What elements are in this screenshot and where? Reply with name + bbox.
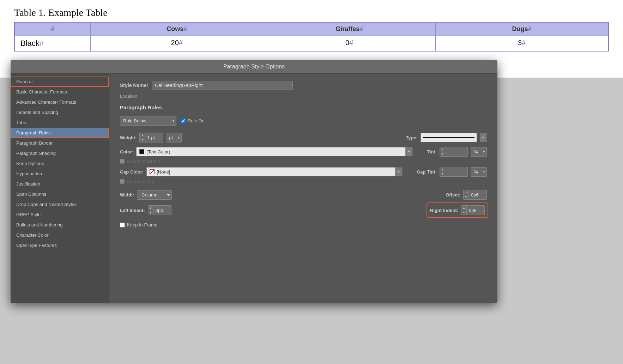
right-indent-spinner-up[interactable]: ▲ bbox=[461, 206, 466, 210]
table-header-hash: # bbox=[15, 23, 91, 36]
sidebar: General Basic Character Formats Advanced… bbox=[11, 74, 109, 303]
type-black-bar bbox=[423, 137, 474, 138]
sidebar-item-grep[interactable]: GREP Style bbox=[11, 210, 109, 220]
offset-spinner-up[interactable]: ▲ bbox=[464, 190, 468, 195]
sidebar-item-tabs[interactable]: Tabs bbox=[11, 117, 109, 128]
sidebar-item-paragraph-rules[interactable]: Paragraph Rules bbox=[11, 128, 109, 138]
sidebar-item-paragraph-border[interactable]: Paragraph Border bbox=[11, 138, 109, 148]
sidebar-item-opentype[interactable]: OpenType Features bbox=[11, 240, 109, 250]
left-indent-spinner[interactable]: ▲ ▼ bbox=[148, 205, 171, 215]
rule-dropdown-wrapper[interactable]: Rule Below Rule Above ▾ bbox=[120, 116, 176, 126]
gap-color-chevron-icon[interactable]: ▾ bbox=[395, 167, 403, 176]
gap-color-select-area[interactable]: [None] ▾ bbox=[146, 167, 403, 176]
left-indent-spinner-down[interactable]: ▼ bbox=[148, 210, 153, 215]
sidebar-item-general[interactable]: General bbox=[11, 77, 109, 87]
paragraph-style-dialog: Paragraph Style Options General Basic Ch… bbox=[11, 60, 497, 303]
width-dropdown[interactable]: Column Text bbox=[137, 190, 172, 200]
main-content: Style Name: Location: Paragraph Rules Ru… bbox=[109, 74, 497, 303]
tint-unit-wrapper[interactable]: % ▾ bbox=[471, 147, 487, 157]
gap-tint-row: Gap Tint: ▲ ▼ % ▾ bbox=[417, 167, 487, 177]
keep-in-frame-row: Keep In Frame bbox=[120, 222, 487, 228]
weight-spinner-down[interactable]: ▼ bbox=[140, 138, 145, 142]
style-name-row: Style Name: bbox=[120, 81, 487, 90]
gap-color-swatch bbox=[150, 169, 155, 174]
right-indent-spinner-arrows[interactable]: ▲ ▼ bbox=[461, 206, 467, 215]
offset-label: Offset: bbox=[446, 192, 460, 198]
sidebar-item-char-color[interactable]: Character Color bbox=[11, 230, 109, 240]
table-header-dogs: Dogs# bbox=[436, 23, 608, 36]
tint-spinner-up[interactable]: ▲ bbox=[440, 147, 445, 152]
offset-spinner-down[interactable]: ▼ bbox=[464, 195, 468, 199]
gap-tint-spinner[interactable]: ▲ ▼ bbox=[440, 167, 468, 177]
rule-on-checkbox[interactable] bbox=[181, 119, 186, 123]
sidebar-item-span-columns[interactable]: Span Columns bbox=[11, 189, 109, 199]
gap-color-swatch-area: [None] bbox=[146, 167, 395, 176]
sidebar-item-indents[interactable]: Indents and Spacing bbox=[11, 107, 109, 117]
tint-row: Tint: ▲ ▼ % ▾ bbox=[427, 147, 487, 157]
table-cell-cows: 20# bbox=[91, 36, 263, 51]
style-name-input[interactable] bbox=[152, 81, 293, 90]
sidebar-item-drop-caps[interactable]: Drop Caps and Nested Styles bbox=[11, 199, 109, 210]
right-indent-spinner-down[interactable]: ▼ bbox=[461, 210, 466, 215]
table-header-row: # Cows# Giraffes# Dogs# bbox=[15, 23, 608, 36]
color-swatch-area: (Text Color) bbox=[136, 147, 406, 156]
overprint-gap-checkbox[interactable] bbox=[120, 179, 125, 184]
weight-spinner[interactable]: ▲ ▼ bbox=[139, 133, 163, 142]
color-row: Color: (Text Color) ▾ bbox=[120, 147, 413, 156]
weight-unit-dropdown[interactable]: pt bbox=[166, 133, 182, 142]
width-dropdown-wrapper[interactable]: Column Text ▾ bbox=[137, 190, 172, 200]
gap-tint-spinner-arrows[interactable]: ▲ ▼ bbox=[440, 167, 445, 176]
sidebar-item-paragraph-shading[interactable]: Paragraph Shading bbox=[11, 148, 109, 158]
left-indent-spinner-up[interactable]: ▲ bbox=[148, 206, 153, 210]
dialog-body: General Basic Character Formats Advanced… bbox=[11, 74, 497, 303]
keep-in-frame-checkbox[interactable] bbox=[120, 223, 125, 228]
overprint-stroke-checkbox[interactable] bbox=[120, 159, 125, 164]
overprint-stroke-row: Overprint Stroke bbox=[120, 159, 487, 164]
dialog-titlebar: Paragraph Style Options bbox=[11, 60, 497, 74]
offset-row: Offset: ▲ ▼ bbox=[446, 190, 487, 200]
color-select-area[interactable]: (Text Color) ▾ bbox=[136, 147, 413, 156]
offset-value[interactable] bbox=[469, 191, 486, 199]
weight-value[interactable] bbox=[145, 134, 163, 141]
weight-row: Weight: ▲ ▼ pt ▾ bbox=[120, 133, 182, 142]
rule-on-checkbox-label[interactable]: Rule On bbox=[181, 118, 205, 123]
color-dropdown-chevron-icon[interactable]: ▾ bbox=[406, 147, 413, 156]
gap-tint-value[interactable] bbox=[445, 168, 463, 176]
sidebar-item-keep-options[interactable]: Keep Options bbox=[11, 158, 109, 169]
type-dropdown[interactable] bbox=[421, 133, 477, 142]
gap-tint-spinner-down[interactable]: ▼ bbox=[440, 172, 445, 176]
offset-spinner-arrows[interactable]: ▲ ▼ bbox=[464, 190, 469, 199]
left-indent-value[interactable] bbox=[153, 207, 171, 214]
tint-spinner-arrows[interactable]: ▲ ▼ bbox=[440, 147, 445, 156]
tint-spinner[interactable]: ▲ ▼ bbox=[440, 147, 468, 157]
tint-spinner-down[interactable]: ▼ bbox=[440, 152, 445, 156]
left-indent-spinner-arrows[interactable]: ▲ ▼ bbox=[148, 206, 153, 215]
rule-on-label: Rule On bbox=[188, 118, 205, 123]
tint-unit-dropdown[interactable]: % bbox=[471, 147, 487, 157]
type-dropdown-chevron-icon[interactable]: ▾ bbox=[480, 133, 487, 142]
sidebar-item-justification[interactable]: Justification bbox=[11, 179, 109, 189]
left-indent-label: Left Indent: bbox=[120, 208, 145, 213]
document-title: Table 1. Example Table bbox=[14, 7, 609, 18]
sidebar-item-bullets[interactable]: Bullets and Numbering bbox=[11, 220, 109, 230]
weight-spinner-up[interactable]: ▲ bbox=[140, 133, 145, 138]
right-indent-spinner[interactable]: ▲ ▼ bbox=[461, 205, 485, 215]
weight-spinner-arrows[interactable]: ▲ ▼ bbox=[140, 133, 145, 142]
sidebar-item-basic-char[interactable]: Basic Character Formats bbox=[11, 87, 109, 97]
gap-color-row: Gap Color: [None] ▾ bbox=[120, 167, 403, 176]
tint-label: Tint: bbox=[427, 149, 437, 154]
overprint-gap-label: Overprint Gap bbox=[127, 179, 156, 184]
right-indent-value[interactable] bbox=[467, 207, 484, 214]
width-label: Width: bbox=[120, 192, 134, 198]
gap-tint-unit-dropdown[interactable]: % bbox=[471, 167, 487, 177]
offset-spinner[interactable]: ▲ ▼ bbox=[463, 190, 487, 200]
sidebar-item-hyphenation[interactable]: Hyphenation bbox=[11, 169, 109, 179]
weight-unit-wrapper[interactable]: pt ▾ bbox=[166, 133, 182, 142]
document-table: # Cows# Giraffes# Dogs# Black# 20# 0# 3# bbox=[14, 22, 609, 51]
gap-tint-unit-wrapper[interactable]: % ▾ bbox=[471, 167, 487, 177]
location-label: Location: bbox=[120, 93, 139, 99]
tint-value[interactable] bbox=[445, 148, 463, 156]
sidebar-item-advanced-char[interactable]: Advanced Character Formats bbox=[11, 97, 109, 107]
gap-tint-spinner-up[interactable]: ▲ bbox=[440, 167, 445, 172]
rule-dropdown[interactable]: Rule Below Rule Above bbox=[120, 116, 176, 126]
